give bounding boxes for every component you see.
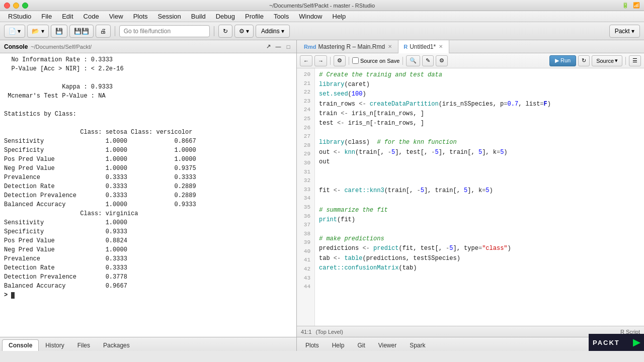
menu-file[interactable]: File: [37, 12, 56, 21]
knit-button[interactable]: ⚙: [334, 55, 346, 66]
traffic-lights: [4, 3, 28, 9]
main-toolbar: 📄 ▾ 📂 ▾ 💾 💾💾 🖨 ↻ ⚙ ▾ Addins ▾ Packt ▾: [0, 22, 644, 40]
code-line-28: out <- knn(train[, -5], test[, -5], trai…: [319, 148, 640, 157]
battery-icon: 🔋: [622, 2, 629, 9]
tab-viewer[interactable]: Viewer: [372, 339, 403, 351]
line-num-37: 37: [299, 221, 310, 230]
open-file-button[interactable]: 📂 ▾: [27, 25, 48, 38]
console-line: [4, 101, 292, 110]
code-line-23: train_rows <- createDataPartition(iris_n…: [319, 100, 640, 109]
menu-tools[interactable]: Tools: [270, 12, 293, 21]
nav-forward-button[interactable]: →: [314, 55, 327, 66]
tab-console[interactable]: Console: [2, 339, 39, 351]
tab-mastering-r-close[interactable]: ✕: [387, 44, 393, 50]
wifi-icon: 📶: [633, 2, 640, 9]
console-line: Neg Pred Value 1.0000: [4, 245, 292, 254]
spell-check-button[interactable]: ✎: [422, 55, 434, 66]
menu-code[interactable]: Code: [79, 12, 103, 21]
console-line-detection-rate: Detection Rate 0.3333 0.2889: [4, 182, 292, 191]
new-file-button[interactable]: 📄 ▾: [4, 25, 25, 38]
gear-button[interactable]: ⚙: [436, 55, 448, 66]
tab-untitled1[interactable]: R Untitled1* ✕: [398, 40, 449, 53]
code-line-35: print(fit): [319, 215, 640, 225]
maximize-button[interactable]: [22, 3, 28, 9]
line-num-32: 32: [299, 176, 310, 186]
menu-profile[interactable]: Profile: [241, 12, 268, 21]
menu-plots[interactable]: Plots: [129, 12, 152, 21]
save-button[interactable]: 💾: [51, 25, 67, 38]
line-num-24: 24: [299, 106, 310, 115]
save-all-button[interactable]: 💾💾: [69, 25, 94, 38]
line-num-26: 26: [299, 124, 310, 133]
editor-sep-3: [403, 57, 403, 65]
console-line-balanced-acc: Balanced Accuracy 1.0000 0.9333: [4, 200, 292, 209]
code-line-38: predictions <- predict(fit, test[, -5], …: [319, 244, 640, 253]
code-line-43: [319, 292, 640, 302]
run-button[interactable]: ▶ Run: [549, 55, 576, 66]
line-num-30: 30: [299, 159, 310, 168]
tab-plots[interactable]: Plots: [299, 339, 326, 351]
menu-debug[interactable]: Debug: [212, 12, 239, 21]
tab-help[interactable]: Help: [326, 339, 351, 351]
close-button[interactable]: [4, 3, 10, 9]
tab-mastering-r[interactable]: Rmd Mastering R – Main.Rmd ✕: [299, 40, 398, 53]
menu-view[interactable]: View: [105, 12, 127, 21]
refresh-button[interactable]: ↻: [218, 25, 232, 38]
tab-spark[interactable]: Spark: [403, 339, 432, 351]
addins-button[interactable]: Addins ▾: [256, 25, 290, 38]
menu-help[interactable]: Help: [329, 12, 350, 21]
line-num-21: 21: [299, 79, 310, 88]
minimize-console-icon[interactable]: —: [274, 43, 282, 51]
code-line-25: test <- iris_n[-train_rows, ]: [319, 119, 640, 128]
menu-edit[interactable]: Edit: [58, 12, 77, 21]
code-line-32: fit <- caret::knn3(train[, -5], train[, …: [319, 186, 640, 196]
editor-more-button[interactable]: ☰: [629, 55, 641, 66]
menu-session[interactable]: Session: [154, 12, 185, 21]
minimize-button[interactable]: [13, 3, 19, 9]
menu-rstudio[interactable]: RStudio: [4, 12, 35, 21]
line-numbers: 20 21 22 23 24 25 26 27 28 29 30 31 32 3…: [297, 68, 315, 326]
code-editor[interactable]: 20 21 22 23 24 25 26 27 28 29 30 31 32 3…: [297, 68, 644, 326]
expand-icon[interactable]: ↗: [264, 43, 272, 51]
chunk-options-button[interactable]: ⚙ ▾: [234, 25, 254, 38]
title-bar-right: 🔋 📶 RStudio: [622, 2, 640, 9]
nav-back-button[interactable]: ←: [300, 55, 312, 66]
r-file-icon: R: [404, 44, 408, 50]
code-line-42: [319, 283, 640, 292]
source-on-save-label: Source on Save: [352, 57, 399, 64]
code-content[interactable]: # Create the trainig and test data libra…: [315, 68, 644, 326]
console-content: No Information Rate : 0.3333 P-Value [Ac…: [0, 53, 296, 337]
console-line-sensitivity: Sensitivity 1.0000 0.8667: [4, 137, 292, 146]
console-path: ~/Documents/Self/Packt/: [31, 44, 92, 50]
main-layout: Console ~/Documents/Self/Packt/ ↗ — □ No…: [0, 40, 644, 351]
search-button[interactable]: 🔍: [406, 55, 420, 66]
tab-git[interactable]: Git: [351, 339, 371, 351]
go-to-file-input[interactable]: [119, 25, 210, 37]
cursor-position: 41:1: [301, 329, 311, 335]
tab-files[interactable]: Files: [71, 339, 97, 351]
packt-logo-text: PACKT: [593, 339, 620, 346]
console-line: [4, 73, 292, 82]
maximize-console-icon[interactable]: □: [284, 43, 292, 51]
editor-sep-4: [625, 57, 626, 65]
source-button[interactable]: Source ▾: [592, 55, 622, 66]
tab-history[interactable]: History: [39, 339, 70, 351]
left-bottom-tabs: Console History Files Packages: [0, 337, 296, 351]
code-line-22: set.seed(100): [319, 89, 640, 99]
code-line-33: [319, 196, 640, 205]
re-run-button[interactable]: ↻: [578, 55, 590, 66]
tab-untitled1-close[interactable]: ✕: [438, 44, 444, 50]
code-line-36: [319, 225, 640, 234]
console-line: Kappa : 0.9333: [4, 82, 292, 92]
print-button[interactable]: 🖨: [96, 25, 111, 38]
tab-packages[interactable]: Packages: [97, 339, 136, 351]
line-num-28: 28: [299, 141, 310, 150]
editor-sep-2: [349, 57, 349, 65]
console-line: Detection Prevalence 0.3778: [4, 273, 292, 282]
source-on-save-checkbox[interactable]: [352, 57, 359, 64]
packt-button[interactable]: Packt ▾: [609, 25, 640, 38]
console-line: Prevalence 0.3333: [4, 254, 292, 263]
menu-build[interactable]: Build: [187, 12, 210, 21]
menu-window[interactable]: Window: [295, 12, 326, 21]
console-line-pos-pred: Pos Pred Value 1.0000 1.0000: [4, 155, 292, 164]
